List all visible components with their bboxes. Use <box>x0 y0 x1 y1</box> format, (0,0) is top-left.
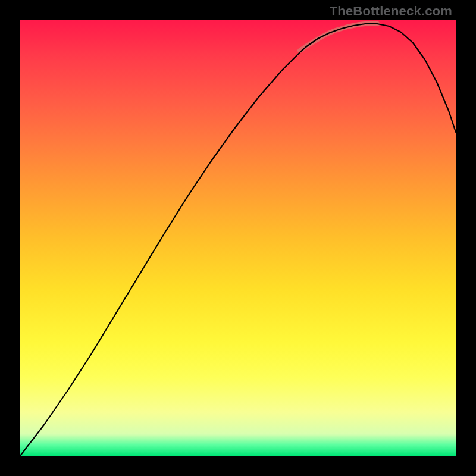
curve-layer <box>20 20 456 456</box>
baseline-highlight <box>300 23 377 51</box>
chart-frame: TheBottleneck.com <box>0 0 476 476</box>
main-curve <box>20 23 456 456</box>
watermark-text: TheBottleneck.com <box>330 4 452 19</box>
gradient-plot-area <box>20 20 456 456</box>
